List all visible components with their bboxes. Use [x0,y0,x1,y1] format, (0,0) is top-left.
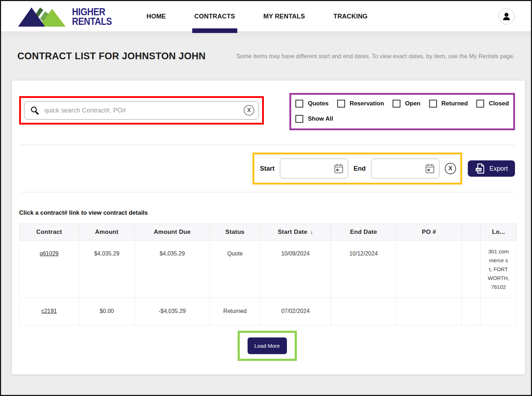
end-date-label: End [354,165,366,172]
nav-item-home[interactable]: HOME [146,1,166,32]
cell-contract: c2191 [20,298,79,325]
brand-logo[interactable]: HIGHER RENTALS [17,5,115,28]
col-header-start-date[interactable]: Start Date↓ [260,224,331,241]
col-header-contract[interactable]: Contract [20,224,79,241]
start-date-label: Start [260,165,275,172]
checkbox-icon[interactable] [295,100,303,108]
calendar-icon[interactable] [334,163,344,174]
checkbox-reservation[interactable]: Reservation [337,100,384,108]
user-avatar-button[interactable] [498,8,515,24]
checkbox-label: Show All [308,115,333,122]
cell-start-date: 07/02/2024 [260,298,331,325]
page-title: CONTRACT LIST FOR JOHNSTON JOHN [17,51,206,62]
brand-line2: RENTALS [72,16,112,26]
table-row: c2191 $0.00 -$4,035.29 Returned 07/02/20… [20,298,517,325]
svg-text:CSV: CSV [476,169,481,171]
cell-po [397,298,462,325]
filters-row: X Quotes Reservation Open [19,93,515,130]
export-label: Export [489,165,508,172]
col-header-po[interactable]: PO # [397,224,462,241]
cell-status: Returned [210,298,260,325]
load-more-row: Load More [19,331,515,361]
contracts-table: Contract Amount Amount Due Status Start … [19,224,517,325]
col-header-status[interactable]: Status [210,224,260,241]
cell-start-date: 10/09/2024 [260,241,331,298]
person-icon [501,11,511,21]
col-header-location[interactable]: Lo... [481,224,517,241]
checkbox-label: Returned [442,100,468,107]
checkbox-label: Open [405,100,420,107]
cell-amount-due: -$4,035.29 [135,298,210,325]
top-navbar: HIGHER RENTALS HOME CONTRACTS MY RENTALS… [1,1,531,32]
title-band: CONTRACT LIST FOR JOHNSTON JOHN Some ite… [1,32,531,80]
nav-item-my-rentals[interactable]: MY RENTALS [264,1,305,32]
divider [20,192,515,192]
cell-po [397,241,462,298]
load-more-annotation-box: Load More [238,331,297,361]
col-header-empty [462,224,481,241]
date-range-annotation-box: Start End [253,153,462,185]
table-hint: Click a contract# link to view contract … [19,209,515,216]
contract-link[interactable]: c2191 [41,308,57,314]
sort-desc-icon: ↓ [310,229,313,235]
checkbox-icon[interactable] [295,115,303,123]
calendar-icon[interactable] [425,163,435,174]
cell-extra [462,298,481,325]
csv-file-icon: CSV [475,163,486,174]
checkbox-label: Reservation [350,100,384,107]
checkbox-label: Closed [489,100,509,107]
col-header-amount[interactable]: Amount [79,224,135,241]
mountains-logo-icon [17,5,70,28]
search-clear-button[interactable]: X [244,105,254,116]
content-card: X Quotes Reservation Open [12,80,525,375]
load-more-button[interactable]: Load More [248,337,287,354]
status-filter-annotation-box: Quotes Reservation Open Returned [289,93,515,130]
divider [20,145,515,145]
search-annotation-box: X [19,96,264,125]
cell-end-date [331,298,397,325]
screenshot-frame: HIGHER RENTALS HOME CONTRACTS MY RENTALS… [0,0,532,396]
nav-item-tracking[interactable]: TRACKING [333,1,368,32]
cell-amount: $4,035.29 [79,241,135,298]
checkbox-icon[interactable] [476,100,484,108]
checkbox-icon[interactable] [337,100,345,108]
checkbox-icon[interactable] [393,100,400,108]
checkbox-open[interactable]: Open [393,100,420,108]
contract-link[interactable]: q61029 [40,251,59,257]
cell-amount-due: $4,035.29 [135,241,210,298]
col-header-end-date[interactable]: End Date [331,224,397,241]
quick-search-input[interactable] [44,107,239,114]
cell-end-date: 10/12/2024 [331,241,397,298]
cell-location [481,298,517,325]
quick-search-box[interactable]: X [24,101,259,120]
checkbox-quotes[interactable]: Quotes [295,100,329,108]
search-icon [30,106,39,115]
table-header-row: Contract Amount Amount Due Status Start … [20,224,517,241]
main-nav: HOME CONTRACTS MY RENTALS TRACKING [146,1,368,32]
nav-item-contracts[interactable]: CONTRACTS [194,1,235,32]
cell-contract: q61029 [20,241,79,298]
cell-status: Quote [210,241,260,298]
cell-extra [462,241,481,298]
date-filter-row: Start End [19,153,515,185]
checkbox-show-all[interactable]: Show All [295,115,333,123]
table-row: q61029 $4,035.29 $4,035.29 Quote 10/09/2… [20,241,517,298]
checkbox-closed[interactable]: Closed [476,100,509,108]
checkbox-label: Quotes [308,100,329,107]
checkbox-returned[interactable]: Returned [429,100,468,108]
end-date-input[interactable] [371,159,439,178]
date-clear-button[interactable]: X [445,163,456,174]
checkbox-icon[interactable] [429,100,437,108]
brand-wordmark: HIGHER RENTALS [72,7,112,26]
checkbox-row-1: Quotes Reservation Open Returned [295,100,509,108]
col-header-amount-due[interactable]: Amount Due [135,224,210,241]
checkbox-row-2: Show All [295,115,509,123]
cell-amount: $0.00 [79,298,135,325]
start-date-input[interactable] [280,159,348,178]
cell-location: 301 commerce st, FORT WORTH, 76102 [481,241,517,298]
export-button[interactable]: CSV Export [468,160,515,177]
page-note: Some items may have different start and … [237,53,515,60]
